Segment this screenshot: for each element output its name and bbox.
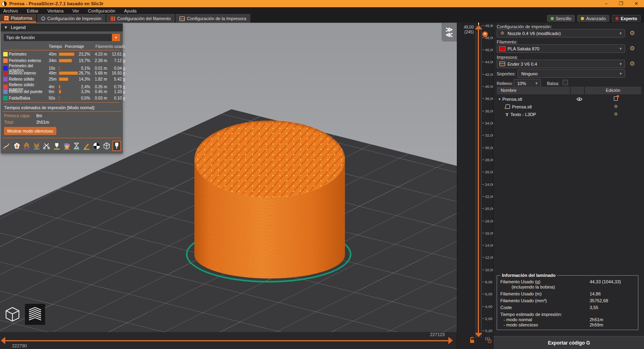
part-settings-gear-icon[interactable]: ⚙ — [613, 104, 619, 109]
slider-settings-gear-icon[interactable]: ⚙ — [487, 338, 492, 345]
percent-bar — [59, 77, 68, 81]
mode-expert-button[interactable]: Experto — [612, 15, 641, 22]
legend-row[interactable]: Falda/Balsa 50s 0,5% 0.03 m 0.10 g — [2, 95, 121, 102]
percent-bar — [59, 52, 74, 56]
expert-mode-dot-icon — [615, 17, 619, 20]
feature-color-swatch — [3, 89, 8, 94]
legend-table-header: Tiempo Porcentaje Filamento usado — [2, 44, 121, 50]
restore-button[interactable]: ❐ — [619, 1, 623, 6]
feature-color-swatch — [3, 66, 8, 71]
legend-header[interactable]: ▼ Legend — [1, 23, 123, 31]
mode-label: Avanzado — [586, 16, 606, 21]
filament-select[interactable]: PLA Sakata 870 ▼ — [497, 44, 625, 53]
percent-bar — [59, 96, 60, 100]
legend-row[interactable]: Relleno interno 49m 28,7% 5.68 m 16.93 g — [2, 70, 121, 77]
object-row-prensa[interactable]: ▾ Prensa.stl — [497, 95, 641, 103]
wipe-icon[interactable] — [12, 141, 21, 151]
supports-select[interactable]: Ninguno ▼ — [518, 69, 625, 78]
feature-color-swatch — [3, 71, 8, 75]
menu-item[interactable]: Configuración — [88, 8, 115, 13]
menu-item[interactable]: Archivo — [3, 8, 18, 13]
retractions-icon[interactable] — [32, 141, 41, 151]
object-row-prensa-mesh[interactable]: Prensa.stl ⚙ — [497, 103, 641, 110]
deretractions-icon[interactable] — [23, 141, 31, 151]
view-type-value: Tipo de función — [4, 35, 112, 40]
legend-row[interactable]: Perímetro externo 34m 19,7% 2.39 m 7.12 … — [2, 58, 121, 64]
print-head-icon[interactable] — [52, 141, 61, 151]
legend-row[interactable]: Perímetro del voladizo 10s 0,1% 0.01 m 0… — [2, 64, 121, 70]
layer-slider-strip: 49,00 (245) 49,80 48,00 46,00 44,00 — [457, 23, 493, 349]
mode-advanced-button[interactable]: Avanzado — [577, 15, 609, 22]
shells-icon[interactable] — [102, 141, 111, 151]
window-title: Prensa - PrusaSlicer-2.7.1 basado en Sli… — [9, 1, 103, 6]
tab-plataforma[interactable]: Plataforma — [0, 14, 36, 23]
preview-view-button[interactable] — [25, 304, 45, 325]
legend-row[interactable]: Relleno sólido 25m 14,3% 1.82 m 5.42 g — [2, 76, 121, 83]
tab-print-settings[interactable]: ⛭ Configuración de Impresión — [37, 14, 105, 23]
feature-color-swatch — [3, 52, 8, 56]
filament-color-swatch — [499, 46, 506, 51]
menu-item[interactable]: Ayuda — [124, 8, 136, 13]
edit-printer-button[interactable]: ⚙ — [629, 60, 636, 67]
print-settings-icon: ⛭ — [41, 16, 45, 21]
tab-printer-settings[interactable]: Configuración de la Impresora — [175, 14, 250, 23]
tool-marker-icon[interactable] — [112, 141, 121, 151]
menu-item[interactable]: Editar — [27, 8, 39, 13]
close-button[interactable]: ✕ — [634, 1, 638, 6]
object-row-texto[interactable]: T Texto - L3DP ⚙ — [497, 110, 641, 118]
printer-select[interactable]: Ender 3 V6 0.4 ▼ — [497, 60, 625, 68]
mesh-part-icon — [506, 104, 510, 109]
simple-mode-dot-icon — [551, 17, 554, 20]
legend-row[interactable]: Perímetro 40m 23,2% 4.23 m 12.61 g — [2, 51, 121, 58]
moves-slider-track[interactable] — [4, 340, 452, 341]
minimize-button[interactable]: – — [605, 1, 607, 6]
center-of-mass-icon[interactable] — [92, 141, 101, 151]
part-name: Texto - L3DP — [510, 112, 536, 117]
custom-gcode-icon[interactable] — [82, 141, 91, 151]
right-sidebar: Configuración de impresión: ⚙ Nozzle 0.4… — [493, 23, 644, 349]
layer-slider-bottom-thumb[interactable] — [475, 333, 482, 337]
layers-icon — [27, 306, 43, 323]
printer-settings-icon — [180, 17, 185, 21]
menu-item[interactable]: Ventana — [47, 8, 63, 13]
visibility-eye-icon[interactable] — [576, 97, 582, 101]
view-type-select[interactable]: Tipo de función ▼ — [3, 33, 120, 42]
3d-editor-view-button[interactable] — [2, 304, 23, 325]
menu-item[interactable]: Ver — [72, 8, 79, 13]
filament-label: Filamento: — [497, 39, 517, 44]
tab-bar: Plataforma ⛭ Configuración de Impresión … — [0, 14, 644, 23]
edit-print-settings-button[interactable]: ⚙ — [629, 29, 636, 37]
3d-viewport[interactable]: ▼ Legend Tipo de función ▼ Tiempo Porcen… — [0, 23, 457, 349]
legend-row[interactable]: Relleno del puente 6m 3,3% 0.45 m 1.33 g — [2, 89, 121, 95]
dropdown-arrow-icon[interactable]: ▼ — [112, 34, 120, 41]
object-name: Prensa.stl — [502, 97, 522, 102]
edit-object-icon[interactable] — [613, 96, 619, 102]
collapse-toolbar-button[interactable]: ≫ ≪ — [442, 23, 457, 42]
layer-slider-track[interactable] — [478, 29, 479, 334]
edit-filament-button[interactable]: ⚙ — [629, 45, 636, 52]
raft-label: Balsa: — [547, 81, 559, 86]
layer-slider-top-thumb[interactable] — [475, 25, 482, 29]
expand-caret-icon[interactable]: ▾ — [497, 97, 502, 101]
moves-slider-left-thumb[interactable] — [1, 337, 5, 344]
mode-simple-button[interactable]: Sencillo — [547, 15, 575, 22]
collapse-caret-icon[interactable]: ▼ — [4, 25, 8, 29]
add-color-change-button[interactable]: + — [482, 31, 488, 37]
travel-icon[interactable] — [2, 141, 11, 151]
tab-filament-settings[interactable]: Configuración del filamento — [106, 14, 175, 23]
app-logo-icon — [2, 1, 7, 6]
export-gcode-button[interactable]: Exportar código G — [493, 336, 644, 349]
lock-icon[interactable] — [469, 337, 475, 343]
pause-icon[interactable] — [72, 141, 81, 151]
raft-checkbox[interactable] — [563, 80, 568, 85]
part-settings-gear-icon[interactable]: ⚙ — [613, 112, 619, 117]
color-changes-icon[interactable] — [62, 141, 71, 151]
print-settings-select[interactable]: ⚙ Nozzle 0.4 V6 (modificado) ▼ — [497, 29, 625, 37]
infill-select[interactable]: 10% ▼ — [514, 79, 541, 87]
moves-slider-right-thumb[interactable] — [448, 337, 453, 344]
chevrons-left-icon: ≪ — [446, 31, 453, 38]
seams-icon[interactable] — [42, 141, 51, 151]
first-layer-row: Primera capa: 8m — [1, 112, 123, 119]
show-silent-mode-button[interactable]: Mostrar modo silencioso — [4, 127, 56, 135]
legend-row[interactable]: Relleno sólido superior 4m 2,4% 0.26 m 0… — [2, 83, 121, 89]
